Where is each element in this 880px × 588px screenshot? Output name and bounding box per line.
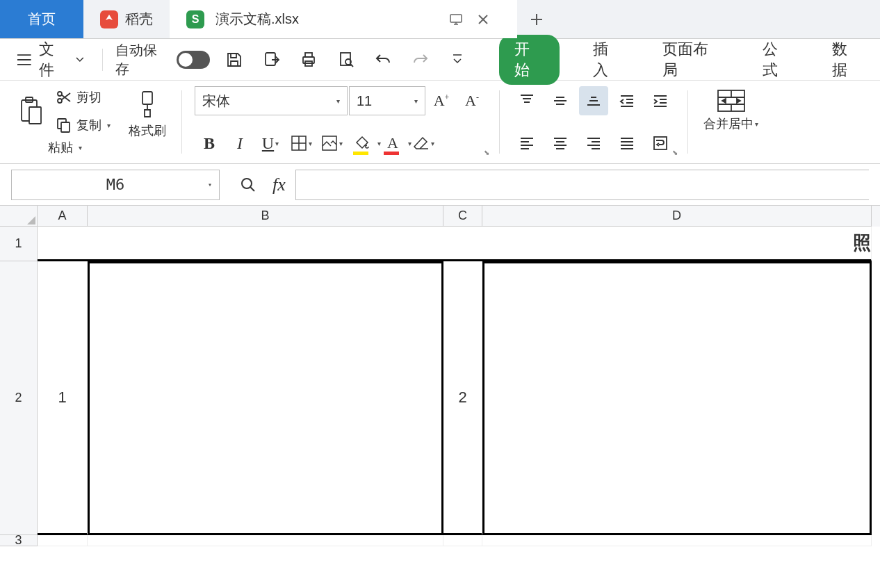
underline-button[interactable]: U▾ xyxy=(256,129,285,158)
font-name-select[interactable]: 宋体▾ xyxy=(195,86,348,115)
italic-button[interactable]: I xyxy=(225,129,254,158)
svg-rect-13 xyxy=(61,122,70,132)
name-box[interactable]: M6▾ xyxy=(11,170,220,200)
tab-document[interactable]: S 演示文稿.xlsx xyxy=(170,0,517,38)
cell-B3[interactable] xyxy=(88,535,443,546)
merge-center-button[interactable]: 合并居中▾ xyxy=(701,86,761,135)
undo-button[interactable] xyxy=(370,47,395,72)
magnifier-icon xyxy=(240,177,256,193)
col-header-C[interactable]: C xyxy=(443,206,482,227)
save-button[interactable] xyxy=(222,47,247,72)
align-bottom-button[interactable] xyxy=(579,86,608,115)
autosave-label: 自动保存 xyxy=(115,41,170,79)
col-header-A[interactable]: A xyxy=(38,206,88,227)
svg-rect-17 xyxy=(654,137,667,149)
align-justify-button[interactable] xyxy=(612,129,642,158)
tab-home-label: 首页 xyxy=(28,10,56,28)
align-right-button[interactable] xyxy=(579,129,608,158)
quick-access-toolbar: 文件 自动保存 开始 插入 页面布局 公式 数据 xyxy=(0,39,880,81)
cell-D3[interactable] xyxy=(482,535,872,546)
cell-B2[interactable] xyxy=(88,261,443,535)
cut-button[interactable]: 剪切 xyxy=(51,86,115,108)
copy-button[interactable]: 复制▾ xyxy=(51,114,115,136)
font-color-button[interactable]: A▾ xyxy=(378,129,407,158)
row-header-3[interactable]: 3 xyxy=(0,535,38,546)
decrease-font-icon: A- xyxy=(465,92,479,110)
font-color-icon: A xyxy=(387,134,398,152)
cell-title[interactable]: 照 xyxy=(38,227,872,261)
cell-A2[interactable]: 1 xyxy=(38,261,88,535)
export-pdf-button[interactable] xyxy=(259,47,284,72)
qat-customize-button[interactable] xyxy=(445,47,469,72)
group-align: ⬊ xyxy=(508,86,679,158)
cell-style-button[interactable]: ▾ xyxy=(317,129,346,158)
ribbon-tab-insert[interactable]: 插入 xyxy=(586,36,630,83)
present-icon[interactable] xyxy=(449,13,463,26)
group-clipboard: 剪切 复制▾ 粘贴▾ xyxy=(11,86,119,158)
increase-indent-button[interactable] xyxy=(646,86,675,115)
align-center-button[interactable] xyxy=(546,129,575,158)
cell-D2[interactable] xyxy=(482,261,872,535)
borders-button[interactable]: ▾ xyxy=(286,129,316,158)
svg-rect-0 xyxy=(450,15,462,22)
file-menu[interactable]: 文件 xyxy=(11,39,90,81)
increase-indent-icon xyxy=(653,93,668,108)
row-3: 3 xyxy=(0,535,880,546)
tab-home[interactable]: 首页 xyxy=(0,0,83,38)
brush-icon xyxy=(134,89,161,120)
align-top-button[interactable] xyxy=(512,86,541,115)
autosave-toggle[interactable] xyxy=(177,51,209,69)
ribbon-tab-list: 开始 插入 页面布局 公式 数据 xyxy=(499,35,869,85)
align-top-icon xyxy=(519,93,535,108)
tab-docer-label: 稻壳 xyxy=(125,10,153,28)
col-header-B[interactable]: B xyxy=(88,206,443,227)
clear-format-button[interactable]: ▾ xyxy=(409,129,438,158)
align-middle-icon xyxy=(553,93,568,108)
align-right-icon xyxy=(586,136,601,151)
decrease-indent-button[interactable] xyxy=(612,86,642,115)
new-tab-button[interactable] xyxy=(517,0,556,38)
group-format-painter: 格式刷 xyxy=(122,86,173,158)
row-1: 1 照 xyxy=(0,227,880,261)
fill-color-icon xyxy=(354,135,370,152)
ribbon-tab-page-layout[interactable]: 页面布局 xyxy=(655,36,728,83)
decrease-font-button[interactable]: A- xyxy=(457,86,487,115)
print-button[interactable] xyxy=(296,47,320,72)
redo-button[interactable] xyxy=(408,47,432,72)
col-header-D[interactable]: D xyxy=(482,206,872,227)
paste-dropdown[interactable]: 粘贴▾ xyxy=(15,136,115,158)
row-header-2[interactable]: 2 xyxy=(0,261,38,535)
align-middle-button[interactable] xyxy=(546,86,575,115)
row-2: 2 1 2 xyxy=(0,261,880,535)
align-left-button[interactable] xyxy=(512,129,541,158)
align-bottom-icon xyxy=(586,93,601,108)
find-in-formula-button[interactable] xyxy=(234,170,263,199)
ribbon-tab-data[interactable]: 数据 xyxy=(825,36,869,83)
select-all-corner[interactable] xyxy=(0,206,38,227)
ribbon-tab-start[interactable]: 开始 xyxy=(499,35,560,85)
formula-input[interactable] xyxy=(295,170,869,200)
format-painter-button[interactable]: 格式刷 xyxy=(126,86,169,142)
close-tab-icon[interactable] xyxy=(477,13,489,26)
tab-docer[interactable]: 稻壳 xyxy=(83,0,170,38)
ribbon-tab-formula[interactable]: 公式 xyxy=(756,36,799,83)
fill-color-button[interactable]: ▾ xyxy=(348,129,377,158)
align-dialog-launcher[interactable]: ⬊ xyxy=(672,149,678,156)
print-preview-button[interactable] xyxy=(334,47,358,72)
ribbon: 剪切 复制▾ 粘贴▾ 格式刷 宋体▾ 11▾ A+ A- B I U▾ xyxy=(0,81,880,164)
increase-font-button[interactable]: A+ xyxy=(427,86,456,115)
wrap-text-icon xyxy=(653,136,668,151)
cell-C3[interactable] xyxy=(443,535,482,546)
paste-button[interactable] xyxy=(15,93,47,129)
bold-button[interactable]: B xyxy=(195,129,224,158)
cell-C2[interactable]: 2 xyxy=(443,261,482,535)
row-header-1[interactable]: 1 xyxy=(0,227,38,261)
cell-A3[interactable] xyxy=(38,535,88,546)
autosave-control: 自动保存 xyxy=(115,41,210,79)
fx-icon[interactable]: fx xyxy=(272,174,286,195)
wrap-text-button[interactable] xyxy=(646,129,675,158)
font-dialog-launcher[interactable]: ⬊ xyxy=(484,149,489,156)
eraser-icon xyxy=(413,135,430,152)
svg-rect-9 xyxy=(29,107,41,124)
font-size-select[interactable]: 11▾ xyxy=(349,86,425,115)
